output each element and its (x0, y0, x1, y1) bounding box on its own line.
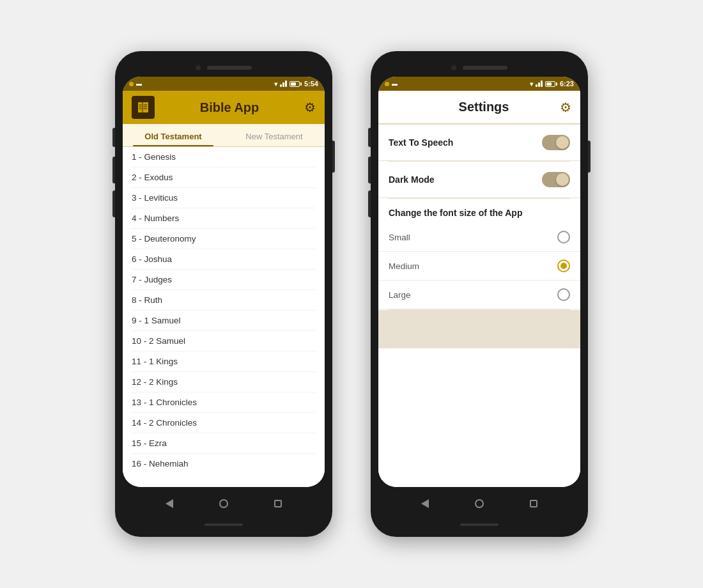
battery-tip (300, 82, 302, 86)
font-size-small-radio[interactable] (557, 231, 570, 244)
time-display-1: 5:54 (304, 80, 318, 88)
camera-button-2 (368, 190, 371, 217)
phone-bottom-nav-1 (123, 487, 325, 520)
status-right-icons-2: ▾ 6:23 (530, 80, 574, 88)
back-triangle-icon (166, 499, 173, 508)
signal-bar-1-2 (536, 84, 537, 87)
status-bar-1: ▬ ▾ (123, 77, 325, 91)
back-triangle-icon-2 (421, 499, 429, 508)
list-item[interactable]: 13 - 1 Chronicles (132, 392, 316, 413)
home-button-1[interactable] (218, 498, 229, 509)
list-item[interactable]: 2 - Exodus (132, 167, 316, 188)
front-camera-2 (451, 65, 456, 70)
font-size-medium-radio[interactable] (557, 259, 570, 272)
bottom-speaker-2 (378, 520, 580, 529)
recents-button-2[interactable] (528, 498, 539, 509)
app-bar-1: Bible App ⚙ (123, 91, 325, 124)
recents-square-icon-2 (530, 500, 537, 507)
power-button-2 (588, 141, 591, 173)
app-logo (132, 96, 155, 119)
list-item-ruth[interactable]: 8 - Ruth (132, 290, 316, 311)
wifi-icon-2: ▾ (530, 81, 533, 88)
home-circle-icon (219, 499, 228, 508)
phone-2: ▬ ▾ 6:23 (371, 51, 588, 537)
signal-icon (280, 81, 287, 87)
list-item[interactable]: 16 - Nehemiah (132, 454, 316, 474)
settings-gear-icon[interactable]: ⚙ (560, 100, 571, 115)
recents-button-1[interactable] (272, 498, 284, 509)
battery-fill (291, 82, 296, 86)
dark-mode-row[interactable]: Dark Mode (378, 162, 580, 198)
tts-toggle-knob (556, 136, 569, 149)
font-size-medium-label: Medium (389, 261, 419, 271)
book-list[interactable]: 1 - Genesis 2 - Exodus 3 - Leviticus 4 -… (123, 147, 325, 487)
status-left-icons: ▬ (129, 81, 142, 87)
tab-old-testament[interactable]: Old Testament (123, 124, 224, 146)
phone-top-bezel-2 (378, 59, 580, 77)
font-size-small-label: Small (389, 233, 410, 242)
bottom-speaker (123, 520, 325, 529)
status-dot-icon (129, 82, 134, 86)
list-item[interactable]: 5 - Deuteronomy (132, 229, 316, 249)
list-item[interactable]: 12 - 2 Kings (132, 372, 316, 392)
volume-up-button (112, 128, 115, 147)
settings-title: Settings (459, 100, 509, 114)
status-left-icons-2: ▬ (385, 81, 398, 87)
time-display-2: 6:23 (560, 80, 574, 88)
list-item[interactable]: 7 - Judges (132, 270, 316, 290)
power-button (332, 141, 335, 173)
battery-icon (290, 81, 302, 87)
phone-1: ▬ ▾ (115, 51, 332, 537)
scene: ▬ ▾ (115, 51, 588, 537)
dark-mode-toggle[interactable] (542, 172, 570, 187)
font-size-small-row[interactable]: Small (378, 223, 580, 252)
settings-content: Text To Speech Dark Mode Ch (378, 124, 580, 487)
list-item[interactable]: 10 - 2 Samuel (132, 331, 316, 352)
signal-bar-2 (282, 82, 284, 87)
list-item[interactable]: 15 - Ezra (132, 433, 316, 454)
signal-bar-3-2 (541, 81, 543, 87)
tab-new-testament[interactable]: New Testament (224, 124, 325, 146)
font-size-section-label: Change the font size of the App (378, 199, 580, 223)
phone-bottom-nav-2 (378, 487, 580, 520)
phone-screen-2: ▬ ▾ 6:23 (378, 77, 580, 487)
battery-tip-2 (556, 82, 557, 86)
list-item[interactable]: 11 - 1 Kings (132, 352, 316, 372)
list-item[interactable]: 4 - Numbers (132, 208, 316, 229)
font-size-large-radio[interactable] (557, 288, 570, 301)
sim-icon: ▬ (136, 81, 142, 87)
text-to-speech-row[interactable]: Text To Speech (378, 125, 580, 161)
font-size-medium-row[interactable]: Medium (378, 252, 580, 281)
back-button-2[interactable] (419, 498, 431, 509)
app-title: Bible App (200, 100, 259, 115)
front-camera (196, 65, 201, 70)
font-size-large-row[interactable]: Large (378, 281, 580, 309)
list-item[interactable]: 6 - Joshua (132, 249, 316, 270)
home-button-2[interactable] (474, 498, 485, 509)
status-dot-icon-2 (385, 82, 389, 86)
settings-icon-1[interactable]: ⚙ (304, 100, 316, 115)
battery-fill-2 (546, 82, 552, 86)
signal-bar-2-2 (538, 82, 540, 87)
list-item[interactable]: 3 - Leviticus (132, 188, 316, 208)
tts-label: Text To Speech (389, 137, 453, 148)
phone-top-bezel (123, 59, 325, 77)
battery-icon-2 (545, 81, 557, 87)
speaker-grille (205, 523, 243, 526)
status-bar-2: ▬ ▾ 6:23 (378, 77, 580, 91)
home-circle-icon-2 (475, 499, 484, 508)
signal-icon-2 (536, 81, 543, 87)
font-size-large-label: Large (389, 290, 411, 300)
settings-app-bar: Settings ⚙ (378, 91, 580, 124)
battery-body (290, 81, 300, 87)
list-item[interactable]: 9 - 1 Samuel (132, 311, 316, 331)
list-item[interactable]: 1 - Genesis (132, 147, 316, 167)
volume-down-button (112, 157, 115, 183)
back-button-1[interactable] (164, 498, 175, 509)
recents-square-icon (274, 500, 282, 507)
camera-button (112, 190, 115, 217)
sim-icon-2: ▬ (392, 81, 398, 87)
phone-screen-1: ▬ ▾ (123, 77, 325, 487)
tts-toggle[interactable] (542, 135, 570, 150)
list-item[interactable]: 14 - 2 Chronicles (132, 413, 316, 433)
